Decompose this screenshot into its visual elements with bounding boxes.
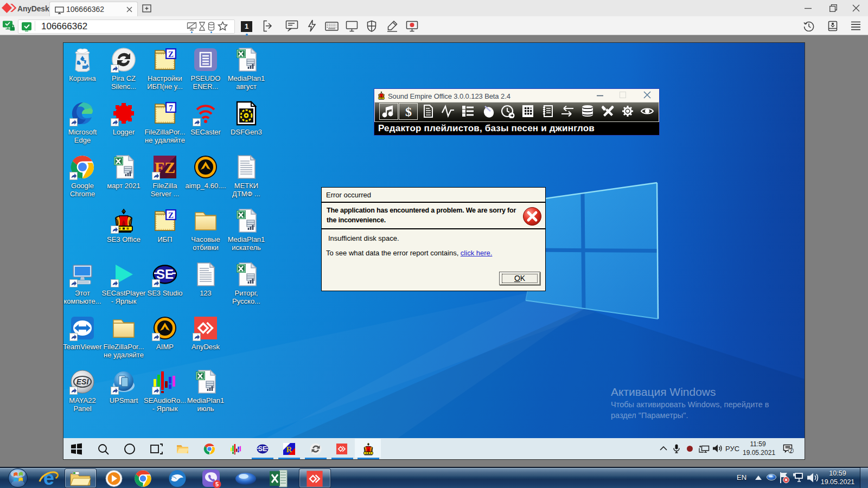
svg-text:R: R bbox=[286, 445, 292, 454]
svg-text:SE: SE bbox=[258, 445, 267, 453]
svg-text:$: $ bbox=[405, 105, 412, 118]
svg-text:5: 5 bbox=[215, 481, 219, 487]
svg-text:2: 2 bbox=[789, 448, 793, 453]
